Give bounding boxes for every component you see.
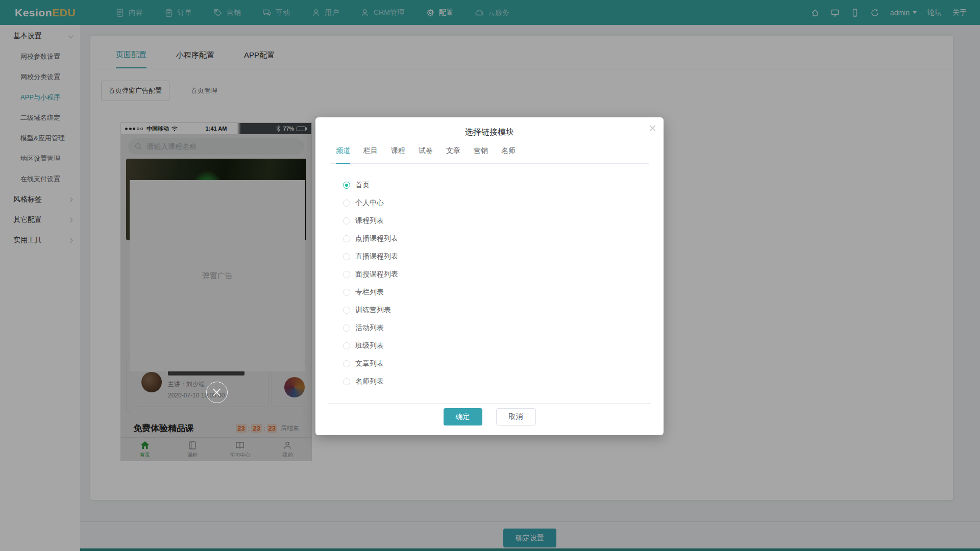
radio-option-teacher-list[interactable]: 名师列表 <box>343 372 664 390</box>
radio-icon <box>343 378 350 385</box>
confirm-button[interactable]: 确定 <box>444 408 482 425</box>
dialog-tab-teacher[interactable]: 名师 <box>501 146 516 163</box>
radio-icon <box>343 342 350 349</box>
radio-option-class-list[interactable]: 班级列表 <box>343 337 664 355</box>
dialog-tab-marketing[interactable]: 营销 <box>474 146 488 163</box>
radio-icon <box>343 199 350 207</box>
radio-icon <box>343 307 350 314</box>
radio-label: 点播课程列表 <box>355 234 398 243</box>
radio-label: 活动列表 <box>355 323 384 333</box>
dialog-actions: 确定 取消 <box>315 408 664 425</box>
cancel-button[interactable]: 取消 <box>496 408 536 425</box>
radio-icon <box>343 253 350 260</box>
link-option-list: 首页 个人中心 课程列表 点播课程列表 直播课程列表 面授课程列表 专栏列表 训… <box>315 176 664 390</box>
radio-icon <box>343 289 350 296</box>
radio-option-course-list[interactable]: 课程列表 <box>343 212 664 230</box>
dialog-tab-channel[interactable]: 频道 <box>336 146 350 164</box>
radio-icon <box>343 360 350 367</box>
radio-option-vod-course-list[interactable]: 点播课程列表 <box>343 230 664 247</box>
radio-label: 个人中心 <box>355 198 384 208</box>
dialog-divider <box>328 403 651 404</box>
radio-label: 课程列表 <box>355 216 384 226</box>
radio-label: 直播课程列表 <box>355 252 398 261</box>
radio-option-activity-list[interactable]: 活动列表 <box>343 319 664 337</box>
radio-icon <box>343 217 350 224</box>
radio-option-camp-list[interactable]: 训练营列表 <box>343 301 664 319</box>
radio-option-column-list[interactable]: 专栏列表 <box>343 283 664 301</box>
link-module-dialog: 选择链接模块 × 频道 栏目 课程 试卷 文章 营销 名师 首页 个人中心 课程… <box>315 117 664 435</box>
radio-icon <box>343 235 350 242</box>
radio-label: 首页 <box>355 181 370 190</box>
radio-option-offline-course-list[interactable]: 面授课程列表 <box>343 265 664 283</box>
radio-option-personal-center[interactable]: 个人中心 <box>343 194 664 212</box>
radio-label: 训练营列表 <box>355 306 391 315</box>
dialog-tab-article[interactable]: 文章 <box>446 146 460 163</box>
close-icon[interactable]: × <box>649 121 656 135</box>
radio-icon <box>343 324 350 332</box>
popup-ad-close-icon[interactable] <box>206 382 228 403</box>
radio-option-home[interactable]: 首页 <box>343 176 664 194</box>
radio-label: 专栏列表 <box>355 288 384 297</box>
dialog-tab-column[interactable]: 栏目 <box>363 146 378 163</box>
radio-icon <box>343 182 350 189</box>
radio-label: 面授课程列表 <box>355 270 398 279</box>
dialog-tab-exam[interactable]: 试卷 <box>419 146 433 163</box>
radio-label: 班级列表 <box>355 341 384 350</box>
dialog-title: 选择链接模块 <box>315 117 664 137</box>
radio-option-article-list[interactable]: 文章列表 <box>343 355 664 372</box>
radio-icon <box>343 271 350 278</box>
radio-option-live-course-list[interactable]: 直播课程列表 <box>343 247 664 265</box>
dialog-tab-course[interactable]: 课程 <box>391 146 405 163</box>
radio-label: 文章列表 <box>355 359 384 368</box>
radio-label: 名师列表 <box>355 377 384 386</box>
dialog-tabs: 频道 栏目 课程 试卷 文章 营销 名师 <box>330 146 649 164</box>
